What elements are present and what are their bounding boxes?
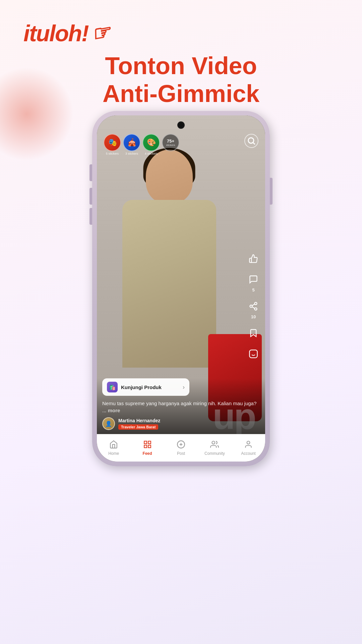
user-info: 👤 Martina Hernandez Traveler Jawa Barat [102,417,260,430]
nav-label-post: Post [177,451,185,456]
tagline-line1: Tonton Video [0,52,362,80]
person-head [146,150,193,203]
app-logo: ituloh! ☞ [23,20,109,46]
like-button[interactable] [246,252,260,266]
svg-line-6 [252,304,255,306]
nav-item-account[interactable]: Account [232,437,265,459]
sticker-circle-2: 🎪 [123,134,140,151]
sticker-item-2[interactable]: 🎪 3 stickers [123,134,140,155]
share-count: 10 [251,314,256,319]
bottom-overlay: 🛍️ Kunjungi Produk › Nemu tas supreme ya… [97,378,265,434]
post-icon [177,440,185,450]
nav-item-community[interactable]: Community [198,437,231,459]
svg-point-17 [212,441,215,444]
camera-notch [177,121,185,129]
svg-line-5 [252,307,255,309]
product-cta-arrow: › [183,384,185,391]
svg-line-1 [253,143,255,144]
logo-area: ituloh! ☞ [23,20,109,46]
sticker-label-2: 3 stickers [125,152,138,155]
search-button[interactable] [244,134,258,148]
like-icon [246,252,260,266]
comment-icon [246,272,260,286]
person-shirt [122,200,216,368]
phone-mockup: up 🎭 5 stickers 🎪 3 stickers [92,111,270,466]
tagline-line2: Anti-Gimmick [0,80,362,108]
user-badge[interactable]: Traveler Jawa Barat [118,424,158,430]
svg-point-0 [248,138,254,143]
svg-rect-13 [148,445,151,448]
person-figure [107,136,232,368]
logo-hand-icon: ☞ [89,19,111,47]
community-icon [210,440,219,450]
nav-label-account: Account [241,451,255,456]
sticker-button[interactable] [246,347,260,361]
sticker-label-3: 4 stickers [145,152,158,155]
sticker-emoji-1: 🎭 [108,138,117,147]
nav-label-feed: Feed [143,451,152,456]
sticker-item-1[interactable]: 🎭 5 stickers [104,134,121,155]
product-cta-button[interactable]: 🛍️ Kunjungi Produk › [102,378,189,396]
bottom-nav: Home Feed [97,434,265,462]
product-cta-label: Kunjungi Produk [121,384,162,390]
nav-item-feed[interactable]: Feed [130,437,164,459]
product-cta-inner: 🛍️ Kunjungi Produk [107,382,162,392]
sticker-label-1: 5 stickers [106,152,119,155]
user-name: Martina Hernandez [118,418,160,423]
right-actions: 5 10 [246,252,260,361]
sticker-circle-1: 🎭 [104,134,121,151]
sticker-more[interactable]: 75+ stickers [162,134,179,155]
sticker-more-label: stickers [166,144,175,147]
sticker-circle-3: 🎨 [142,134,160,151]
share-icon [246,299,260,313]
avatar-placeholder: 👤 [105,421,112,427]
sticker-icon [246,347,260,361]
nav-label-home: Home [108,451,119,456]
feed-icon [143,440,152,450]
sticker-row: 🎭 5 stickers 🎪 3 stickers 🎨 [104,134,179,155]
logo-text: ituloh! [23,20,88,46]
sticker-item-3[interactable]: 🎨 4 stickers [142,134,160,155]
tagline: Tonton Video Anti-Gimmick [0,52,362,108]
caption-text: Nemu tas supreme yang harganya agak miri… [102,400,256,413]
share-button[interactable]: 10 [246,299,260,319]
product-bag-icon: 🛍️ [107,382,118,392]
svg-point-2 [255,302,257,305]
svg-rect-11 [148,441,151,444]
svg-point-4 [255,308,257,310]
sticker-emoji-3: 🎨 [147,138,156,147]
phone-outer: up 🎭 5 stickers 🎪 3 stickers [92,111,270,466]
user-avatar[interactable]: 👤 [102,417,115,430]
home-icon [109,440,118,450]
svg-point-3 [250,305,252,308]
svg-rect-7 [249,350,257,358]
sticker-more-count: 75+ [167,139,174,144]
person-body [112,140,226,368]
caption-more[interactable]: more [108,408,120,413]
nav-label-community: Community [204,451,225,456]
nav-item-home[interactable]: Home [97,437,130,459]
svg-rect-10 [144,441,147,444]
comment-count: 5 [252,287,254,292]
nav-item-post[interactable]: Post [164,437,198,459]
caption: Nemu tas supreme yang harganya agak miri… [102,400,260,414]
svg-rect-12 [144,445,147,448]
bookmark-icon [246,326,260,340]
sticker-emoji-2: 🎪 [127,138,136,147]
svg-point-18 [247,441,250,444]
comment-button[interactable]: 5 [246,272,260,292]
bookmark-button[interactable] [246,326,260,340]
video-area[interactable]: up 🎭 5 stickers 🎪 3 stickers [97,115,265,462]
sticker-more-circle: 75+ stickers [162,134,179,151]
phone-screen: up 🎭 5 stickers 🎪 3 stickers [97,115,265,462]
user-details: Martina Hernandez Traveler Jawa Barat [118,418,160,430]
account-icon [244,440,253,450]
